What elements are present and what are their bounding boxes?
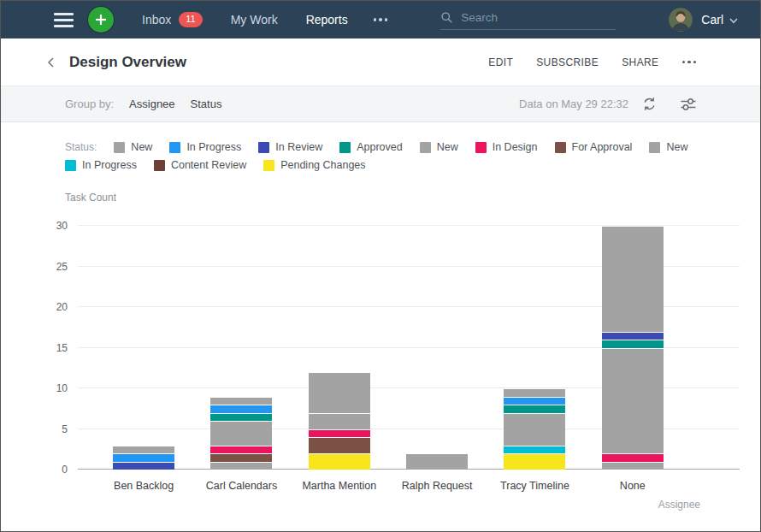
plus-icon [95,14,107,26]
bar-segment[interactable] [309,429,370,438]
nav-item-label: Inbox [142,13,171,27]
stacked-bar-chart: 051015202530 Ben BacklogCarl CalendarsMa… [1,226,760,511]
bar-segment[interactable] [210,397,272,405]
legend-swatch [154,160,165,171]
bar-tracy-timeline[interactable] [504,226,565,470]
legend-swatch [475,142,487,153]
legend-item-label: Pending Changes [280,159,365,171]
more-options-icon[interactable] [682,61,697,64]
bar-segment[interactable] [210,462,272,470]
bar-segment[interactable] [602,340,664,348]
chart-legend: Status: NewIn ProgressIn ReviewApprovedN… [65,141,700,171]
bar-segment[interactable] [504,405,565,413]
nav-item-reports[interactable]: Reports [306,13,348,27]
avatar[interactable] [669,8,693,32]
bar-segment[interactable] [210,405,272,413]
bar-segment[interactable] [309,453,370,470]
back-button[interactable] [45,56,56,68]
chart-settings-button[interactable] [681,98,696,111]
add-button[interactable] [88,7,114,33]
bar-segment[interactable] [602,226,664,332]
group-by-assignee[interactable]: Assignee [129,98,174,110]
y-tick-label: 20 [35,302,68,312]
legend-item[interactable]: Content Review [154,159,246,171]
x-axis-label: Martha Mention [291,480,388,492]
search-input[interactable] [461,11,616,24]
bar-segment[interactable] [113,446,174,454]
legend-item-label: In Progress [82,159,137,171]
legend-item[interactable]: New [114,141,152,153]
bar-segment[interactable] [113,462,174,470]
y-tick-label: 30 [35,221,68,231]
search-box[interactable] [440,10,616,30]
legend-item-label: New [666,141,687,153]
bar-segment[interactable] [504,413,565,446]
bar-segment[interactable] [210,413,272,422]
edit-button[interactable]: EDIT [488,56,513,68]
legend-item[interactable]: Approved [339,141,403,153]
legend-item[interactable]: In Progress [169,141,241,153]
bar-segment[interactable] [504,397,565,405]
bar-slot [486,226,583,470]
nav-item-my-work[interactable]: My Work [231,13,278,27]
refresh-button[interactable] [642,97,657,111]
legend-item[interactable]: For Approval [555,141,633,153]
legend-item[interactable]: New [649,141,687,153]
legend-item-label: In Review [275,141,322,153]
bar-segment[interactable] [210,453,272,462]
nav-item-label: My Work [231,13,278,27]
bar-slot [388,226,486,470]
legend-swatch [555,142,566,153]
bar-ben-backlog[interactable] [113,226,174,470]
x-axis-title: Assignee [1,499,700,511]
legend-swatch [169,142,180,153]
legend-swatch [649,142,660,153]
menu-icon[interactable] [54,13,74,27]
inbox-badge: 11 [179,12,202,27]
y-axis-title: Task Count [65,192,760,204]
legend-item-label: In Progress [186,141,241,153]
bar-segment[interactable] [406,453,468,470]
legend-item-label: Content Review [171,159,246,171]
legend-item[interactable]: Pending Changes [263,159,365,171]
bar-segment[interactable] [602,332,664,340]
bar-none[interactable] [602,226,664,470]
share-button[interactable]: SHARE [622,56,658,68]
bar-slot [291,226,388,470]
legend-item[interactable]: New [420,141,458,153]
x-axis-label: Ralph Request [388,480,486,492]
nav-item-inbox[interactable]: Inbox 11 [142,12,203,27]
subscribe-button[interactable]: SUBSCRIBE [536,56,599,68]
legend-item-label: Approved [357,141,403,153]
legend-item[interactable]: In Progress [65,159,137,171]
search-icon [440,10,453,25]
bar-segment[interactable] [504,388,565,397]
legend-swatch [263,160,274,171]
refresh-icon [642,97,657,111]
bar-segment[interactable] [602,453,664,462]
bar-segment[interactable] [602,348,664,454]
y-tick-label: 5 [35,424,68,434]
bar-segment[interactable] [309,372,370,413]
y-tick-label: 10 [35,383,68,393]
bar-segment[interactable] [602,462,664,470]
legend-item[interactable]: In Review [258,141,322,153]
bar-ralph-request[interactable] [406,226,468,470]
title-actions: EDIT SUBSCRIBE SHARE [488,56,696,68]
bar-martha-mention[interactable] [309,226,370,470]
legend-swatch [65,160,76,171]
bar-segment[interactable] [309,437,370,453]
data-timestamp: Data on May 29 22:32 [519,98,628,110]
bar-carl-calendars[interactable] [210,226,272,470]
legend-item[interactable]: In Design [475,141,538,153]
x-axis-label: Tracy Timeline [486,480,583,492]
bar-segment[interactable] [309,413,370,429]
bar-segment[interactable] [210,421,272,446]
bar-segment[interactable] [504,446,565,454]
bar-segment[interactable] [113,453,174,462]
user-menu[interactable]: Carl [669,8,738,32]
bar-segment[interactable] [504,453,565,470]
bar-segment[interactable] [210,446,272,454]
group-by-status[interactable]: Status [191,98,222,110]
nav-more-icon[interactable] [374,18,388,21]
